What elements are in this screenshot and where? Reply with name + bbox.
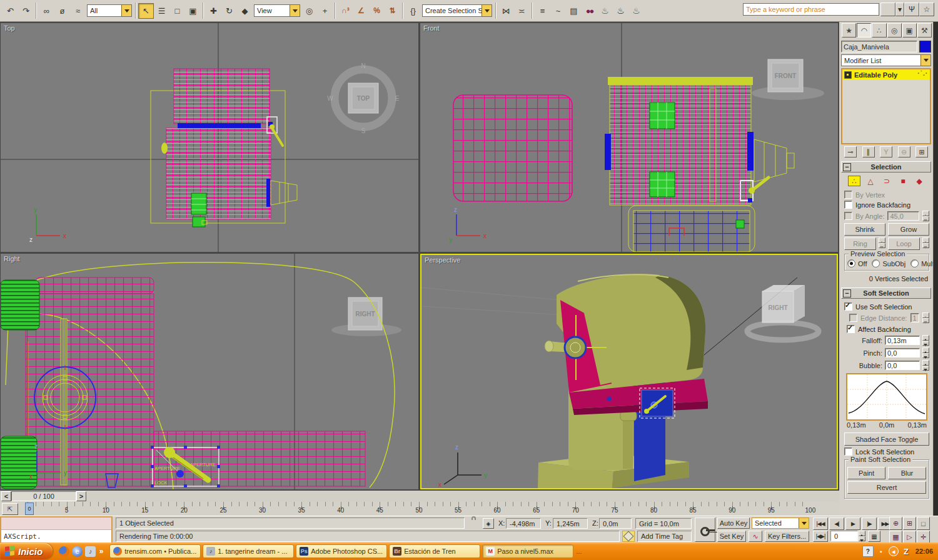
loop-spinner[interactable] [922, 238, 929, 248]
time-slider-next-button[interactable]: > [76, 491, 86, 501]
select-by-name-icon[interactable]: ☰ [154, 3, 169, 19]
track-bar[interactable]: ⇱ 05101520253035404550556065707580859095… [0, 502, 839, 516]
undo-icon[interactable]: ↶ [3, 3, 18, 19]
layer-manager-icon[interactable]: ≡ [535, 3, 550, 19]
named-selection-set-dropdown[interactable]: Create Selection Set [422, 4, 492, 17]
go-to-start-button[interactable]: |◀◀ [813, 518, 828, 530]
tab-modify[interactable]: ◠ [857, 23, 871, 38]
tab-utilities[interactable]: ⚒ [917, 23, 932, 38]
taskbar-overflow-dots[interactable]: ... [576, 548, 582, 555]
play-button[interactable]: ▶ [845, 518, 860, 530]
tab-display[interactable]: ▣ [902, 23, 917, 38]
grow-button[interactable]: Grow [888, 223, 929, 236]
polygon-mode-button[interactable]: ■ [897, 176, 909, 186]
task-trensim[interactable]: trensim.com • Publica... [109, 544, 201, 558]
help-search-input[interactable] [743, 3, 879, 16]
next-frame-button[interactable]: |▶ [862, 518, 877, 530]
schematic-view-icon[interactable]: ▤ [566, 3, 582, 19]
current-frame-field[interactable]: 0 [830, 531, 858, 541]
make-unique-button[interactable]: Y [880, 146, 892, 158]
quicklaunch-overflow-icon[interactable]: » [98, 546, 104, 557]
quicklaunch-firefox-icon[interactable] [59, 546, 69, 557]
object-name-field[interactable]: Caja_Manivela [841, 41, 917, 52]
align-icon[interactable]: ≍ [514, 3, 530, 19]
selection-rollout-header[interactable]: Selection [841, 161, 931, 172]
field-of-view-icon[interactable]: ▷ [903, 531, 916, 544]
ignore-backfacing-checkbox[interactable] [844, 201, 852, 209]
loop-button[interactable]: Loop [888, 238, 920, 250]
viewport-front-label[interactable]: Front [423, 24, 440, 32]
falloff-field[interactable]: 0,13m [885, 336, 920, 345]
open-mini-curve-editor-button[interactable]: ⇱ [2, 503, 18, 515]
tab-create[interactable]: ★ [842, 23, 856, 38]
select-and-manipulate-icon[interactable]: + [317, 3, 333, 19]
remove-modifier-button[interactable]: ⊖ [898, 146, 910, 158]
redo-icon[interactable]: ↷ [18, 3, 34, 19]
preview-multi-radio[interactable] [910, 259, 919, 268]
bind-to-space-warp-icon[interactable]: ≈ [70, 3, 86, 19]
angle-snap-icon[interactable]: ∠ [353, 3, 369, 19]
preview-off-radio[interactable] [847, 259, 855, 268]
border-mode-button[interactable]: ⊃ [880, 176, 893, 186]
viewport-right-canvas[interactable]: RIGHT [1, 254, 418, 489]
element-mode-button[interactable]: ◆ [913, 176, 925, 186]
modifier-stack[interactable]: Editable Poly [841, 68, 931, 144]
revert-button[interactable]: Revert [847, 481, 926, 494]
selection-filter-dropdown[interactable]: All [87, 4, 132, 17]
by-angle-spinner[interactable] [922, 211, 929, 221]
vertex-mode-button[interactable]: ∴ [848, 176, 860, 186]
zoom-extents-icon[interactable]: □ [917, 517, 930, 530]
ring-button[interactable]: Ring [844, 238, 876, 250]
viewport-top-canvas[interactable]: N E S W TOP [1, 23, 418, 252]
key-filters-button[interactable]: Key Filters... [765, 531, 809, 542]
tray-update-icon[interactable]: ▪ [876, 546, 886, 556]
default-in-out-tangents-button[interactable]: ∿ [749, 531, 762, 542]
window-crossing-icon[interactable]: ▣ [185, 3, 201, 19]
time-configuration-button[interactable]: ▦ [868, 531, 880, 542]
communicate-icon[interactable]: Ψ [904, 2, 919, 16]
edge-distance-checkbox[interactable] [849, 314, 857, 322]
chevron-down-icon[interactable] [121, 5, 131, 16]
collapse-icon[interactable] [843, 163, 851, 171]
edge-mode-button[interactable]: △ [864, 176, 877, 186]
task-paso-a-nivel[interactable]: M Paso a nivel5.max [482, 544, 573, 558]
bubble-field[interactable]: 0,0 [885, 361, 920, 370]
frame-spinner[interactable] [859, 531, 865, 541]
start-button[interactable]: Inicio [0, 543, 53, 559]
viewport-top-label[interactable]: Top [4, 24, 15, 32]
lock-soft-selection-checkbox[interactable] [844, 448, 852, 456]
viewport-right-label[interactable]: Right [4, 255, 20, 262]
chevron-down-icon[interactable] [290, 5, 300, 16]
viewport-top[interactable]: Top N E S W TOP [1, 23, 418, 252]
spinner-snap-icon[interactable]: ⇅ [385, 3, 400, 19]
viewport-perspective-label[interactable]: Perspective [425, 256, 460, 264]
select-and-scale-icon[interactable]: ◆ [237, 3, 253, 19]
mirror-icon[interactable]: ⋈ [498, 3, 514, 19]
absolute-offset-toggle[interactable]: ◈ [483, 518, 494, 529]
time-slider[interactable]: 0 / 100 [11, 491, 76, 501]
maxscript-mini-listener[interactable]: AXScript. [0, 516, 113, 543]
rectangular-selection-region-icon[interactable]: □ [169, 3, 185, 19]
maxscript-listener-row[interactable]: AXScript. [1, 530, 111, 542]
add-time-tag[interactable]: Add Time Tag [637, 531, 692, 542]
task-estacion-de-tren[interactable]: Br Estación de Tren [389, 544, 480, 558]
zoom-all-icon[interactable]: ⊞ [903, 517, 916, 530]
search-icon[interactable] [880, 2, 895, 16]
falloff-spinner[interactable] [922, 335, 929, 346]
quick-render-type-icon[interactable]: ♨ [613, 3, 628, 19]
pinch-spinner[interactable] [922, 348, 929, 358]
material-editor-icon[interactable]: ●● [582, 3, 597, 19]
affect-backfacing-checkbox[interactable] [847, 325, 855, 333]
curve-editor-icon[interactable]: ~ [550, 3, 566, 19]
select-and-rotate-icon[interactable]: ↻ [221, 3, 237, 19]
time-tag-cube-icon[interactable] [622, 531, 635, 542]
key-mode-toggle-button[interactable]: |◀▶| [813, 531, 828, 542]
unlink-selection-icon[interactable]: ø [54, 3, 70, 19]
render-scene-icon[interactable]: ♨ [597, 3, 613, 19]
tray-help-icon[interactable]: ? [862, 546, 874, 557]
blur-button[interactable]: Blur [888, 467, 926, 479]
quicklaunch-browser-icon[interactable]: e [72, 546, 83, 557]
task-photoshop[interactable]: Ps Adobe Photoshop CS... [296, 544, 387, 558]
by-vertex-checkbox[interactable] [844, 191, 852, 199]
edge-distance-field[interactable]: 1 [910, 313, 919, 322]
